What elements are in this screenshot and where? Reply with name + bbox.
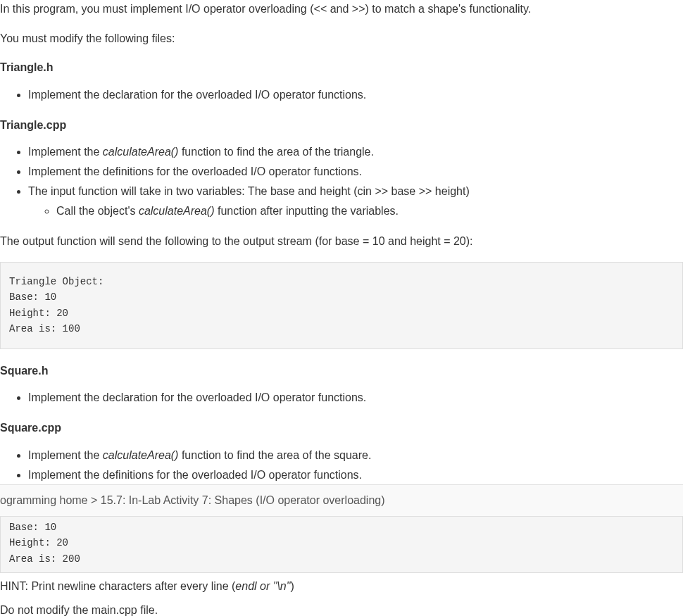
list-item: Implement the definitions for the overlo… — [28, 163, 683, 180]
modify-intro: You must modify the following files: — [0, 30, 683, 48]
list-item: The input function will take in two vari… — [28, 183, 683, 220]
list-item: Implement the calculateArea() function t… — [28, 447, 683, 464]
square-h-list: Implement the declaration for the overlo… — [0, 389, 683, 406]
intro-paragraph: In this program, you must implement I/O … — [0, 0, 683, 18]
list-item: Implement the calculateArea() function t… — [28, 144, 683, 161]
triangle-cpp-list: Implement the calculateArea() function t… — [0, 144, 683, 220]
triangle-h-list: Implement the declaration for the overlo… — [0, 87, 683, 103]
document-content: In this program, you must implement I/O … — [0, 0, 683, 523]
square-output-code: Base: 10 Height: 20 Area is: 200 — [0, 514, 683, 573]
triangle-output-code: Triangle Object: Base: 10 Height: 20 Are… — [0, 262, 683, 349]
square-h-header: Square.h — [0, 362, 683, 380]
triangle-cpp-header: Triangle.cpp — [0, 116, 683, 134]
list-item: Implement the declaration for the overlo… — [28, 389, 683, 406]
list-item: Implement the definitions for the overlo… — [28, 467, 683, 484]
square-cpp-header: Square.cpp — [0, 419, 683, 437]
list-item: Call the object's calculateArea() functi… — [56, 203, 683, 220]
triangle-output-intro: The output function will send the follow… — [0, 232, 683, 251]
breadcrumb[interactable]: ogramming home > 15.7: In-Lab Activity 7… — [0, 484, 683, 517]
no-modify-text: Do not modify the main.cpp file. — [0, 601, 158, 616]
sub-list: Call the object's calculateArea() functi… — [28, 203, 683, 220]
triangle-h-header: Triangle.h — [0, 58, 683, 77]
hint-text: HINT: Print newline characters after eve… — [0, 577, 294, 596]
list-item: Implement the declaration for the overlo… — [28, 87, 683, 103]
